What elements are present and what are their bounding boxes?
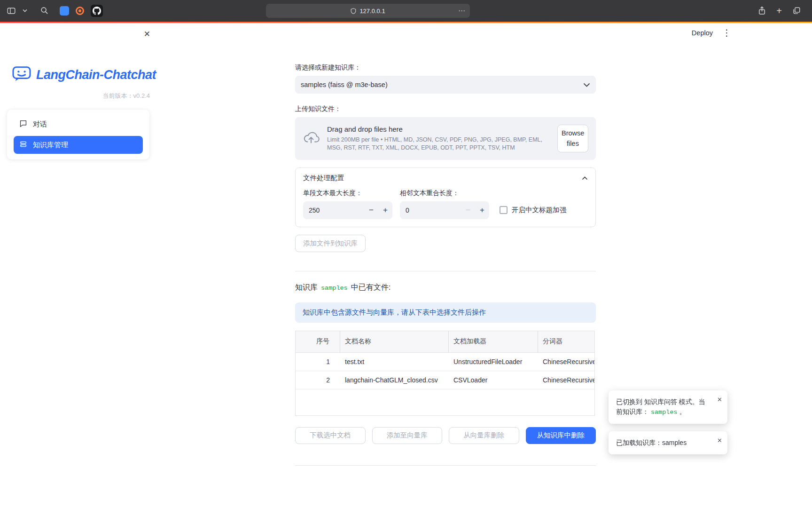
sidebar: ✕ LangChain-Chatchat 当前版本：v0.2.4 对话 [0, 23, 156, 508]
step-up-icon[interactable]: + [378, 206, 392, 215]
expander-title: 文件处理配置 [303, 174, 344, 183]
address-bar[interactable]: 127.0.0.1 ⋯ [266, 4, 470, 18]
dropzone-limit: Limit 200MB per file • HTML, MD, JSON, C… [327, 136, 550, 152]
kb-files-heading: 知识库 samples 中已有文件: [295, 283, 596, 293]
table-row[interactable]: 2 langchain-ChatGLM_closed.csv CSVLoader… [296, 371, 595, 389]
close-icon[interactable]: ✕ [717, 395, 722, 405]
cell-filename: langchain-ChatGLM_closed.csv [340, 371, 449, 389]
sidebar-item-label: 对话 [33, 120, 47, 129]
browse-files-button[interactable]: Browse files [557, 125, 588, 152]
table-header-row: 序号 文档名称 文档加载器 分词器 [296, 331, 595, 353]
dropzone-title: Drag and drop files here [327, 125, 550, 133]
toast-mode-switched: 已切换到 知识库问答 模式。当前知识库： samples 。 ✕ [609, 390, 727, 424]
upload-label: 上传知识文件： [295, 105, 596, 113]
sidebar-item-dialogue[interactable]: 对话 [14, 115, 143, 133]
pinned-extension-orange-icon[interactable] [76, 7, 84, 15]
github-icon[interactable] [91, 5, 103, 17]
app-logo: LangChain-Chatchat [0, 65, 156, 84]
browser-toolbar: 127.0.0.1 ⋯ + [0, 0, 812, 22]
chunk-size-label: 单段文本最大长度： [303, 189, 392, 198]
delete-from-vector-store-button[interactable]: 从向量库删除 [449, 427, 519, 444]
chevron-down-icon [583, 81, 590, 88]
checkbox-label: 开启中文标题加强 [512, 206, 566, 214]
expander-header[interactable]: 文件处理配置 [296, 168, 595, 188]
chevron-down-icon[interactable] [23, 9, 27, 12]
app-menu-icon[interactable]: ⋮ [722, 28, 731, 37]
sidebar-toggle-icon[interactable] [7, 7, 16, 15]
cell-index: 2 [296, 371, 340, 389]
kb-select-label: 请选择或新建知识库： [295, 64, 596, 72]
chunk-size-value[interactable]: 250 [303, 206, 364, 214]
sidebar-item-label: 知识库管理 [33, 141, 68, 150]
address-url: 127.0.0.1 [359, 8, 385, 15]
delete-from-kb-button[interactable]: 从知识库中删除 [526, 427, 596, 444]
cell-loader: CSVLoader [449, 371, 538, 389]
sidebar-item-knowledge-base[interactable]: 知识库管理 [14, 136, 143, 154]
checkbox-box[interactable] [500, 206, 508, 214]
knowledge-base-icon [19, 140, 27, 150]
overlap-size-label: 相邻文本重合长度： [400, 189, 489, 198]
heading-suffix: 中已有文件: [351, 283, 390, 293]
cell-filename: test.txt [340, 353, 449, 371]
page-options-icon[interactable]: ⋯ [458, 7, 466, 15]
download-selected-button[interactable]: 下载选中文档 [295, 427, 366, 444]
chunk-size-input[interactable]: 250 − + [303, 201, 392, 219]
logo-chat-icon [12, 65, 31, 84]
step-down-icon[interactable]: − [461, 206, 475, 215]
column-header[interactable]: 序号 [296, 331, 340, 352]
new-tab-icon[interactable]: + [776, 6, 782, 16]
cell-loader: UnstructuredFileLoader [449, 353, 538, 371]
step-up-icon[interactable]: + [475, 206, 489, 215]
file-dropzone[interactable]: Drag and drop files here Limit 200MB per… [295, 117, 596, 160]
cell-splitter: ChineseRecursive [538, 353, 595, 371]
overlap-size-input[interactable]: 0 − + [400, 201, 489, 219]
toast-code: samples [651, 409, 678, 416]
file-config-expander: 文件处理配置 单段文本最大长度： 250 − + 相邻文本重合长度： [295, 167, 596, 227]
column-header[interactable]: 文档加载器 [449, 331, 538, 352]
info-banner: 知识库中包含源文件与向量库，请从下表中选择文件后操作 [295, 302, 596, 323]
toast-text: 已加载知识库：samples [616, 439, 687, 446]
section-divider [295, 465, 596, 466]
step-down-icon[interactable]: − [364, 206, 378, 215]
zh-title-enhance-checkbox[interactable]: 开启中文标题加强 [497, 201, 566, 219]
cell-splitter: ChineseRecursive [538, 371, 595, 389]
overlap-size-value[interactable]: 0 [400, 206, 461, 214]
add-to-vector-store-button[interactable]: 添加至向量库 [372, 427, 443, 444]
toast-kb-loaded: 已加载知识库：samples ✕ [609, 431, 727, 454]
kb-select[interactable]: samples (faiss @ m3e-base) [295, 76, 596, 94]
heading-prefix: 知识库 [295, 283, 318, 293]
toast-stack: 已切换到 知识库问答 模式。当前知识库： samples 。 ✕ 已加载知识库：… [609, 390, 727, 454]
add-files-button[interactable]: 添加文件到知识库 [295, 235, 366, 252]
sidebar-menu: 对话 知识库管理 [7, 110, 149, 159]
tab-overview-icon[interactable] [792, 7, 801, 15]
close-icon[interactable]: ✕ [717, 436, 722, 445]
share-icon[interactable] [758, 6, 766, 15]
table-row[interactable]: 1 test.txt UnstructuredFileLoader Chines… [296, 353, 595, 371]
kb-name-code: samples [321, 285, 348, 292]
version-label: 当前版本：v0.2.4 [0, 92, 156, 100]
search-icon[interactable] [40, 7, 48, 15]
sidebar-close-icon[interactable]: ✕ [144, 29, 150, 39]
toast-text: 。 [679, 408, 686, 415]
cell-index: 1 [296, 353, 340, 371]
section-divider [295, 271, 596, 271]
logo-text: LangChain-Chatchat [36, 68, 156, 82]
column-header[interactable]: 文档名称 [340, 331, 449, 352]
kb-selected-value: samples (faiss @ m3e-base) [301, 81, 388, 88]
deploy-button[interactable]: Deploy [692, 29, 713, 37]
cloud-upload-icon [303, 130, 320, 146]
pinned-extension-blue-icon[interactable] [60, 6, 69, 16]
column-header[interactable]: 分词器 [538, 331, 595, 352]
files-table[interactable]: 序号 文档名称 文档加载器 分词器 1 test.txt Unstructure… [295, 331, 595, 416]
chevron-up-icon [582, 174, 588, 182]
site-icon [351, 8, 356, 14]
chat-bubble-icon [19, 119, 27, 129]
